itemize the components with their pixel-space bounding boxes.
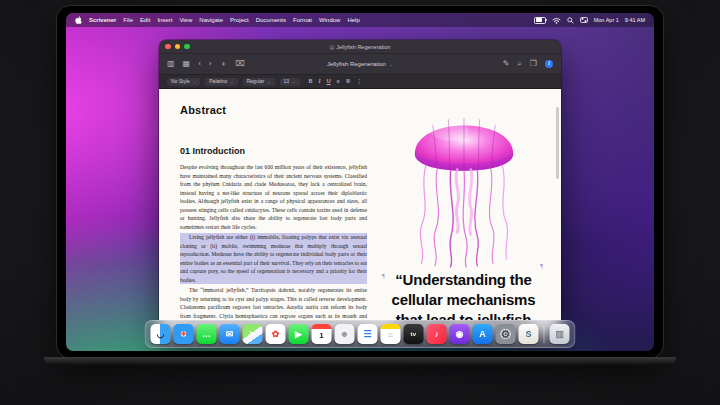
underline-icon[interactable]: U bbox=[327, 79, 331, 85]
jellyfish-illustration[interactable] bbox=[393, 98, 535, 268]
menu-bar-time[interactable]: 9:41 AM bbox=[625, 17, 645, 23]
dock-icon-appstore[interactable]: A bbox=[473, 324, 493, 344]
editor-area[interactable]: Abstract 01 Introduction Despite evolvin… bbox=[159, 89, 561, 333]
trash-document-icon[interactable]: ⌧ bbox=[235, 60, 244, 68]
pilcrow-mark: ¶ bbox=[540, 263, 543, 269]
align-left-icon[interactable]: ≡ bbox=[337, 79, 340, 85]
desktop-wallpaper: Scrivener FileEditInsertViewNavigateProj… bbox=[66, 13, 654, 351]
chevron-down-icon: ⌄ bbox=[389, 61, 393, 67]
dock-icon-notes[interactable]: ≡ bbox=[381, 324, 401, 344]
layout-view-icon[interactable]: ▦ bbox=[183, 60, 191, 68]
menu-format[interactable]: Format bbox=[293, 17, 312, 23]
menu-help[interactable]: Help bbox=[347, 17, 359, 23]
dock-icon-mail[interactable]: ✉ bbox=[220, 324, 240, 344]
minimize-button[interactable] bbox=[175, 44, 181, 50]
messages-glyph: … bbox=[202, 330, 211, 339]
line-spacing-icon[interactable]: ≣ bbox=[346, 79, 351, 85]
scrivener-window: ▤Jellyfish Regeneration ▥▦‹›＋⌧ Jellyfish… bbox=[159, 40, 561, 345]
wifi-icon[interactable] bbox=[552, 17, 561, 24]
facetime-glyph: ▶ bbox=[295, 330, 302, 339]
dock-icon-podcasts[interactable]: ◉ bbox=[450, 324, 470, 344]
dock: ◡✦…✉➤✿▶1☻☰≡tv♪◉A⚙S ▥ bbox=[145, 320, 576, 348]
control-center-icon[interactable] bbox=[580, 17, 588, 23]
contacts-glyph: ☻ bbox=[340, 330, 349, 339]
dock-icon-reminders[interactable]: ☰ bbox=[358, 324, 378, 344]
heading-abstract[interactable]: Abstract bbox=[180, 104, 367, 116]
dock-icon-messages[interactable]: … bbox=[197, 324, 217, 344]
dock-icon-settings[interactable]: ⚙ bbox=[496, 324, 516, 344]
menu-items: FileEditInsertViewNavigateProjectDocumen… bbox=[123, 17, 359, 23]
appstore-glyph: A bbox=[479, 330, 486, 339]
safari-glyph: ✦ bbox=[180, 330, 188, 339]
toolbar-right-group: ✎⌕❐i bbox=[503, 60, 553, 68]
dock-icon-trash[interactable]: ▥ bbox=[550, 324, 570, 344]
zoom-button[interactable] bbox=[184, 44, 190, 50]
dock-icon-facetime[interactable]: ▶ bbox=[289, 324, 309, 344]
binder-toggle-icon[interactable]: ▥ bbox=[167, 60, 175, 68]
dock-icon-finder[interactable]: ◡ bbox=[151, 324, 171, 344]
menu-navigate[interactable]: Navigate bbox=[199, 17, 223, 23]
close-button[interactable] bbox=[165, 44, 171, 50]
pilcrow-mark: ¶ bbox=[382, 273, 385, 279]
document-icon: ▤ bbox=[330, 44, 335, 50]
toolbar-document-selector[interactable]: Jellyfish Regeneration⌄ bbox=[327, 61, 393, 67]
photos-glyph: ✿ bbox=[272, 330, 280, 339]
calendar-glyph: 1 bbox=[319, 332, 323, 340]
bold-icon[interactable]: B bbox=[309, 79, 313, 85]
dock-icon-music[interactable]: ♪ bbox=[427, 324, 447, 344]
inspector-info-icon[interactable]: i bbox=[545, 60, 553, 68]
menu-bar-date[interactable]: Mon Apr 1 bbox=[594, 17, 619, 23]
dock-apps: ◡✦…✉➤✿▶1☻☰≡tv♪◉A⚙S bbox=[151, 324, 539, 344]
paragraph-1[interactable]: Despite evolving throughout the last 600… bbox=[180, 163, 367, 231]
menu-view[interactable]: View bbox=[179, 17, 192, 23]
search-icon[interactable]: ⌕ bbox=[517, 60, 521, 68]
scrollbar-thumb[interactable] bbox=[556, 107, 559, 179]
dock-icon-calendar[interactable]: 1 bbox=[312, 324, 332, 344]
menu-project[interactable]: Project bbox=[230, 17, 249, 23]
menu-window[interactable]: Window bbox=[319, 17, 340, 23]
menu-documents[interactable]: Documents bbox=[256, 17, 286, 23]
font-size-dropdown[interactable]: 13 bbox=[280, 78, 300, 86]
settings-glyph: ⚙ bbox=[501, 329, 511, 340]
menu-file[interactable]: File bbox=[123, 17, 133, 23]
document-figure-column: ¶ ¶ “Understanding the cellular mechanis… bbox=[380, 103, 547, 333]
nav-back-icon[interactable]: ‹ bbox=[198, 60, 201, 68]
menu-app-name[interactable]: Scrivener bbox=[89, 17, 116, 23]
window-titlebar[interactable]: ▤Jellyfish Regeneration bbox=[159, 40, 561, 54]
menu-bar: Scrivener FileEditInsertViewNavigateProj… bbox=[66, 13, 654, 27]
dock-icon-tv[interactable]: tv bbox=[404, 324, 424, 344]
battery-icon bbox=[534, 17, 546, 24]
finder-glyph: ◡ bbox=[157, 330, 165, 339]
scrivener-glyph: S bbox=[525, 330, 531, 339]
italic-icon[interactable]: I bbox=[318, 79, 320, 85]
dock-icon-photos[interactable]: ✿ bbox=[266, 324, 286, 344]
compose-icon[interactable]: ✎ bbox=[503, 60, 510, 68]
apple-menu-icon[interactable] bbox=[75, 16, 82, 24]
nav-forward-icon[interactable]: › bbox=[209, 60, 212, 68]
mail-glyph: ✉ bbox=[226, 330, 234, 339]
toolbar-left-group: ▥▦‹›＋⌧ bbox=[167, 60, 245, 68]
dock-divider bbox=[544, 326, 545, 343]
dock-icon-maps[interactable]: ➤ bbox=[243, 324, 263, 344]
add-document-icon[interactable]: ＋ bbox=[219, 60, 227, 68]
dock-icon-contacts[interactable]: ☻ bbox=[335, 324, 355, 344]
font-family-dropdown[interactable]: Palatino bbox=[205, 78, 237, 86]
heading-introduction[interactable]: 01 Introduction bbox=[180, 146, 367, 156]
spotlight-search-icon[interactable] bbox=[567, 17, 574, 24]
list-icon[interactable]: ⋮ bbox=[356, 79, 362, 85]
maps-glyph: ➤ bbox=[249, 330, 257, 339]
trash-glyph: ▥ bbox=[555, 330, 564, 339]
style-dropdown[interactable]: No Style bbox=[167, 78, 200, 86]
menu-insert[interactable]: Insert bbox=[157, 17, 172, 23]
dock-icon-safari[interactable]: ✦ bbox=[174, 324, 194, 344]
menu-edit[interactable]: Edit bbox=[140, 17, 150, 23]
window-toolbar: ▥▦‹›＋⌧ Jellyfish Regeneration⌄ ✎⌕❐i bbox=[159, 54, 561, 75]
menu-bar-status: Mon Apr 1 9:41 AM bbox=[534, 17, 645, 24]
reminders-glyph: ☰ bbox=[363, 330, 371, 339]
dock-icon-scrivener[interactable]: S bbox=[519, 324, 539, 344]
paragraph-2-selected[interactable]: Living jellyfish are either (i) immobile… bbox=[180, 233, 367, 284]
podcasts-glyph: ◉ bbox=[456, 330, 464, 339]
quick-reference-icon[interactable]: ❐ bbox=[530, 60, 537, 68]
format-bar: No Style Palatino Regular 13 BIU≡≣⋮ bbox=[159, 75, 561, 89]
font-variant-dropdown[interactable]: Regular bbox=[243, 78, 275, 86]
